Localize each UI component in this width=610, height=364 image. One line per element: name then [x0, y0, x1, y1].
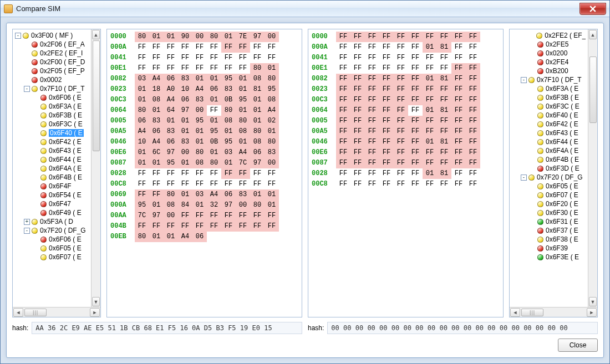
hex-byte[interactable]: FF [466, 63, 480, 74]
tree-node[interactable]: 0x2FE2 ( EF_I [510, 31, 588, 40]
hex-byte[interactable]: 80 [135, 32, 149, 42]
hex-byte[interactable]: FF [336, 116, 350, 126]
tree-node[interactable]: 0x6F43 ( E [510, 129, 588, 137]
hex-byte[interactable]: FF [437, 147, 451, 158]
hex-byte[interactable]: 06 [149, 126, 164, 137]
hex-byte[interactable]: 97 [250, 158, 265, 168]
tree-node[interactable]: 0x0200 [510, 49, 588, 58]
tree-node[interactable]: -0x7F10 ( DF_T [13, 84, 91, 93]
hex-byte[interactable]: FF [466, 168, 480, 179]
hex-byte[interactable]: 83 [178, 74, 192, 84]
window-close-button[interactable] [580, 3, 606, 15]
hex-byte[interactable]: 83 [164, 126, 178, 137]
hex-byte[interactable]: FF [466, 32, 480, 42]
hex-byte[interactable]: FF [149, 42, 164, 53]
tree-node[interactable]: 0x6F3A ( E [510, 84, 588, 93]
tree-node[interactable]: 0x6F06 ( E [13, 93, 91, 102]
hex-byte[interactable]: 01 [265, 200, 279, 211]
hex-byte[interactable]: FF [466, 74, 480, 84]
hex-byte[interactable]: FF [408, 42, 423, 53]
hex-byte[interactable]: A4 [135, 126, 149, 137]
hex-byte[interactable]: 01 [236, 105, 250, 116]
hex-byte[interactable]: 80 [250, 63, 265, 74]
hex-byte[interactable]: 01 [207, 95, 221, 105]
hex-byte[interactable]: FF [192, 53, 207, 63]
hex-byte[interactable]: FF [336, 158, 350, 168]
hex-byte[interactable]: FF [437, 95, 451, 105]
hex-byte[interactable]: 90 [178, 32, 192, 42]
hex-byte[interactable]: 08 [192, 158, 207, 168]
hex-byte[interactable]: FF [365, 95, 379, 105]
hex-byte[interactable]: FF [365, 53, 379, 63]
hex-byte[interactable]: 01 [149, 105, 164, 116]
hex-byte[interactable]: FF [451, 168, 466, 179]
hex-byte[interactable]: FF [379, 126, 394, 137]
hex-byte[interactable]: FF [365, 168, 379, 179]
hex-byte[interactable]: FF [336, 137, 350, 147]
hex-byte[interactable]: 06 [178, 95, 192, 105]
hex-byte[interactable]: FF [207, 53, 221, 63]
scroll-left-icon[interactable]: ◄ [510, 308, 520, 317]
hex-byte[interactable]: 01 [178, 126, 192, 137]
hex-byte[interactable]: FF [178, 179, 192, 189]
tree-node[interactable]: 0x6F42 ( E [13, 137, 91, 146]
hex-byte[interactable]: FF [379, 147, 394, 158]
left-hash-input[interactable] [32, 322, 302, 334]
hex-byte[interactable]: 01 [207, 116, 221, 126]
hex-byte[interactable]: 03 [192, 189, 207, 200]
hex-byte[interactable]: 64 [164, 105, 178, 116]
hex-byte[interactable]: 97 [178, 105, 192, 116]
hex-byte[interactable]: FF [408, 63, 423, 74]
hex-byte[interactable]: FF [265, 53, 279, 63]
hex-byte[interactable]: FF [451, 147, 466, 158]
hex-byte[interactable]: FF [336, 42, 350, 53]
hex-byte[interactable]: FF [408, 158, 423, 168]
hex-byte[interactable]: FF [365, 32, 379, 42]
hex-byte[interactable]: 7C [135, 211, 149, 221]
right-hex-view[interactable]: 0000FFFFFFFFFFFFFFFFFFFF000AFFFFFFFFFFFF… [308, 29, 503, 317]
hex-byte[interactable]: FF [394, 53, 408, 63]
hex-byte[interactable]: 01 [192, 126, 207, 137]
hex-byte[interactable]: 81 [437, 137, 451, 147]
hex-byte[interactable]: FF [135, 168, 149, 179]
right-tree-vscroll[interactable]: ▲ ▼ [588, 29, 597, 307]
hex-byte[interactable]: 80 [236, 116, 250, 126]
hex-byte[interactable]: 01 [178, 116, 192, 126]
hex-byte[interactable]: 01 [250, 189, 265, 200]
hex-byte[interactable]: FF [350, 137, 365, 147]
tree-expander[interactable]: + [24, 219, 30, 225]
hex-byte[interactable]: A4 [265, 105, 279, 116]
hex-byte[interactable]: 02 [265, 116, 279, 126]
hex-byte[interactable]: 01 [265, 63, 279, 74]
tree-expander[interactable]: - [15, 33, 21, 39]
hex-byte[interactable]: FF [451, 105, 466, 116]
hex-byte[interactable]: 01 [221, 158, 236, 168]
hex-byte[interactable]: FF [408, 126, 423, 137]
hex-byte[interactable]: FF [451, 74, 466, 84]
hex-byte[interactable]: FF [466, 137, 480, 147]
hex-byte[interactable]: A0 [164, 84, 178, 95]
hex-byte[interactable]: 06 [164, 74, 178, 84]
hex-byte[interactable]: 01 [221, 126, 236, 137]
tree-node[interactable]: -0x3F00 ( MF ) [13, 31, 91, 40]
hex-byte[interactable]: A4 [149, 137, 164, 147]
hex-byte[interactable]: FF [164, 42, 178, 53]
hex-byte[interactable]: 08 [265, 95, 279, 105]
hex-byte[interactable]: 83 [265, 147, 279, 158]
hex-byte[interactable]: FF [178, 53, 192, 63]
hex-byte[interactable]: 01 [135, 158, 149, 168]
left-tree-hscroll[interactable]: ◄ ||| ► [13, 307, 100, 317]
tree-node[interactable]: 0x6F47 [13, 199, 91, 208]
hex-byte[interactable]: FF [365, 42, 379, 53]
hex-byte[interactable]: FF [365, 63, 379, 74]
hex-byte[interactable]: FF [394, 126, 408, 137]
hex-byte[interactable]: FF [336, 63, 350, 74]
tree-node[interactable]: 0x6F4A ( E [13, 164, 91, 173]
hex-byte[interactable]: FF [149, 189, 164, 200]
tree-expander[interactable]: - [521, 175, 527, 181]
scroll-right-icon[interactable]: ► [587, 308, 597, 317]
tree-node[interactable]: 0x6F3D ( E [510, 164, 588, 173]
hex-byte[interactable]: FF [350, 63, 365, 74]
hex-byte[interactable]: FF [451, 137, 466, 147]
hex-byte[interactable]: FF [236, 53, 250, 63]
